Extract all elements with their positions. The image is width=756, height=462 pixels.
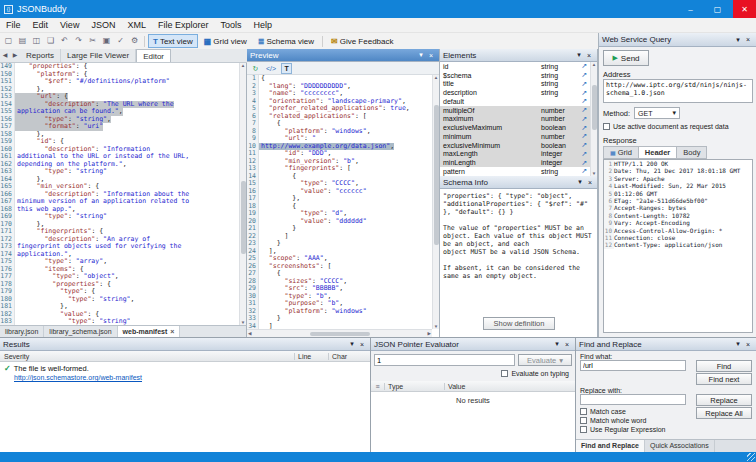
close-icon[interactable]: × [743, 36, 753, 43]
code-line[interactable]: 183 "type": "string" [0, 318, 239, 325]
goto-definition-icon[interactable]: ↗ [577, 150, 587, 158]
element-row[interactable]: idstring↗ [440, 62, 590, 71]
grid-view-button[interactable]: ▦ Grid view [199, 34, 252, 48]
preview-vertical-scrollbar[interactable]: ▲ ▼ [432, 75, 439, 329]
replace-button[interactable]: Replace [696, 394, 752, 406]
scrollbar-thumb[interactable] [241, 181, 246, 254]
element-row[interactable]: minLengthinteger↗ [440, 158, 590, 167]
maximize-button[interactable]: ▢ [706, 0, 729, 18]
evaluate-on-typing-checkbox[interactable]: Evaluate on typing [501, 370, 569, 377]
element-row[interactable]: maxLengthinteger↗ [440, 150, 590, 159]
response-tab-grid[interactable]: ▦Grid [603, 146, 638, 159]
copy-icon[interactable]: ▣ [100, 35, 113, 48]
new-document-icon[interactable]: ▢ [2, 35, 15, 48]
scroll-down-icon[interactable]: ▼ [434, 324, 438, 329]
goto-definition-icon[interactable]: ↗ [577, 132, 587, 140]
refresh-icon[interactable]: ↻ [250, 63, 261, 74]
goto-definition-icon[interactable]: ↗ [577, 159, 587, 167]
column-line[interactable]: Line [294, 353, 328, 360]
find-input[interactable] [580, 360, 686, 371]
pointer-input[interactable] [374, 354, 515, 366]
tab-scroll-right-icon[interactable]: ▶ [10, 49, 20, 62]
close-icon[interactable]: × [170, 326, 174, 337]
text-view-button[interactable]: T Text view [148, 34, 198, 48]
open-file-icon[interactable]: ▤ [16, 35, 29, 48]
scrollbar-thumb[interactable] [310, 332, 370, 336]
panel-tab-quick-associations[interactable]: Quick Associations [645, 440, 715, 452]
schema-view-button[interactable]: ≣ Schema view [253, 34, 319, 48]
cut-icon[interactable]: ✂ [86, 35, 99, 48]
goto-definition-icon[interactable]: ↗ [577, 97, 587, 105]
find-button[interactable]: Find [696, 360, 752, 372]
elements-vertical-scrollbar[interactable]: ▲ ▼ [590, 62, 597, 176]
response-body[interactable]: 1HTTP/1.1 200 OK2Date: Thu, 21 Dec 2017 … [603, 159, 753, 333]
element-row[interactable]: default↗ [440, 97, 590, 106]
column-type[interactable]: Type [385, 383, 445, 390]
preview-code-area[interactable]: 1{2 "lang": "DDDDDDDDDD",3 "name": "cccc… [247, 75, 432, 329]
response-tab-header[interactable]: Header [638, 146, 676, 159]
goto-definition-icon[interactable]: ↗ [577, 106, 587, 114]
address-input[interactable]: http://www.iptc.org/std/ninjs/ninjs-sche… [603, 79, 753, 103]
checkbox-match-case[interactable]: Match case [580, 408, 665, 415]
redo-icon[interactable]: ↷ [72, 35, 85, 48]
chevron-down-icon[interactable]: ▾ [347, 340, 357, 348]
column-char[interactable]: Char [328, 353, 370, 360]
find-next-button[interactable]: Find next [696, 373, 752, 385]
send-button[interactable]: ▶ Send [603, 50, 649, 66]
panel-tab-find-and-replace[interactable]: Find and Replace [576, 440, 645, 452]
file-tab-library-schema-json[interactable]: library_schema.json [44, 326, 117, 337]
chevron-down-icon[interactable]: ▾ [733, 340, 743, 348]
element-row[interactable]: exclusiveMinimumboolean↗ [440, 141, 590, 150]
element-row[interactable]: $schemastring↗ [440, 71, 590, 80]
text-mode-icon[interactable]: T [281, 63, 292, 74]
replace-all-button[interactable]: Replace All [696, 407, 752, 419]
doc-tab-reports[interactable]: Reports [20, 49, 61, 62]
editor-code-area[interactable]: 149 "properties": {150 "platform": {151 … [0, 63, 239, 325]
close-icon[interactable]: × [562, 341, 572, 348]
close-icon[interactable]: × [585, 179, 595, 186]
goto-definition-icon[interactable]: ↗ [577, 167, 587, 175]
doc-tab-editor[interactable]: Editor [136, 49, 171, 62]
element-row[interactable]: descriptionstring↗ [440, 88, 590, 97]
column-severity[interactable]: Severity [0, 353, 294, 360]
scroll-left-icon[interactable]: ◀ [248, 331, 251, 336]
chevron-down-icon[interactable]: ▾ [575, 178, 585, 186]
scrollbar-thumb[interactable] [434, 105, 439, 245]
resize-grip[interactable] [747, 453, 755, 461]
evaluate-button[interactable]: Evaluate ▾ [518, 354, 572, 366]
element-row[interactable]: maximumnumber↗ [440, 115, 590, 124]
element-row[interactable]: exclusiveMaximumboolean↗ [440, 123, 590, 132]
scroll-right-icon[interactable]: ▶ [428, 331, 431, 336]
close-button[interactable]: ✕ [733, 0, 756, 18]
chevron-down-icon[interactable]: ▾ [416, 51, 426, 59]
element-row[interactable]: minimumnumber↗ [440, 132, 590, 141]
editor-vertical-scrollbar[interactable]: ▲ ▼ [239, 63, 246, 325]
tab-scroll-left-icon[interactable]: ◀ [0, 49, 10, 62]
element-row[interactable]: titlestring↗ [440, 80, 590, 89]
close-icon[interactable]: × [584, 52, 594, 59]
column-value[interactable]: Value [445, 383, 575, 390]
goto-definition-icon[interactable]: ↗ [577, 89, 587, 97]
save-icon[interactable]: ◫ [30, 35, 43, 48]
response-tab-body[interactable]: Body [676, 146, 707, 159]
menu-item-tools[interactable]: Tools [214, 18, 247, 33]
menu-item-file[interactable]: File [0, 18, 27, 33]
goto-definition-icon[interactable]: ↗ [577, 124, 587, 132]
doc-tab-large-file-viewer[interactable]: Large File Viewer [61, 49, 136, 62]
file-tab-library-json[interactable]: library.json [0, 326, 44, 337]
scroll-up-icon[interactable]: ▲ [592, 62, 596, 67]
result-row[interactable]: ✓ The file is well-formed. [0, 362, 370, 373]
menu-item-file-explorer[interactable]: File Explorer [152, 18, 215, 33]
minimize-button[interactable]: – [679, 0, 702, 18]
menu-item-help[interactable]: Help [247, 18, 278, 33]
schema-link[interactable]: http://json.schemastore.org/web-manifest [0, 373, 370, 381]
chevron-down-icon[interactable]: ▾ [733, 36, 743, 44]
validate-icon[interactable]: ✓ [114, 35, 127, 48]
menu-item-json[interactable]: JSON [85, 18, 121, 33]
checkbox-match-whole-word[interactable]: Match whole word [580, 417, 665, 424]
element-row[interactable]: patternstring↗ [440, 167, 590, 176]
scroll-up-icon[interactable]: ▲ [241, 63, 245, 68]
chevron-down-icon[interactable]: ▾ [574, 51, 584, 59]
undo-icon[interactable]: ↶ [58, 35, 71, 48]
chevron-down-icon[interactable]: ▾ [552, 340, 562, 348]
